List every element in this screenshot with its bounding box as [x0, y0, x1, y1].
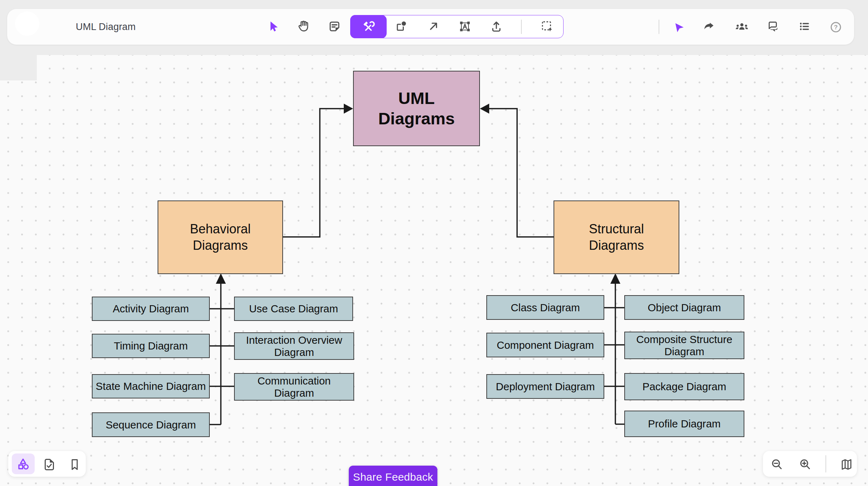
- node-label: State Machine Diagram: [96, 380, 206, 392]
- node-label: UML Diagrams: [365, 88, 468, 129]
- shapes-tool-button[interactable]: [393, 18, 409, 34]
- node-label: Use Case Diagram: [249, 303, 338, 315]
- share-feedback-label: Share Feedback: [353, 471, 433, 483]
- node-label: Behavioral Diagrams: [178, 221, 262, 254]
- marquee-select-icon: [540, 19, 554, 33]
- node-profile-diagram[interactable]: Profile Diagram: [624, 411, 744, 437]
- node-label: Communication Diagram: [251, 375, 337, 399]
- laser-pointer-icon: [672, 21, 686, 35]
- tools-button[interactable]: [361, 19, 376, 34]
- node-label: Profile Diagram: [648, 418, 720, 430]
- node-deployment-diagram[interactable]: Deployment Diagram: [486, 374, 604, 399]
- node-communication-diagram[interactable]: Communication Diagram: [234, 373, 354, 401]
- node-structural-diagrams[interactable]: Structural Diagrams: [554, 200, 679, 274]
- node-state-machine-diagram[interactable]: State Machine Diagram: [92, 374, 210, 398]
- node-package-diagram[interactable]: Package Diagram: [624, 373, 744, 400]
- select-tool-button[interactable]: [266, 19, 281, 35]
- pointer-button[interactable]: [671, 20, 687, 36]
- home-logo-button[interactable]: [15, 11, 39, 36]
- bottom-left-panel: [8, 451, 86, 477]
- node-label: Sequence Diagram: [106, 419, 196, 431]
- node-label: Object Diagram: [648, 302, 721, 314]
- chat-icon: [766, 19, 780, 34]
- sticky-note-icon: [327, 19, 342, 34]
- node-label: Timing Diagram: [114, 340, 188, 352]
- zoom-out-button[interactable]: [769, 457, 785, 472]
- help-icon: ?: [829, 20, 843, 34]
- upload-button[interactable]: [488, 19, 504, 34]
- node-activity-diagram[interactable]: Activity Diagram: [92, 297, 210, 321]
- notes-tool-button[interactable]: [327, 19, 342, 34]
- toolbar-divider: [521, 20, 522, 34]
- node-sequence-diagram[interactable]: Sequence Diagram: [92, 412, 210, 437]
- share-button[interactable]: [701, 19, 717, 34]
- node-label: Composite Structure Diagram: [631, 333, 738, 358]
- node-label: Interaction Overview Diagram: [240, 334, 348, 358]
- collaborators-button[interactable]: [734, 19, 750, 35]
- help-button[interactable]: ?: [828, 19, 844, 35]
- node-label: Deployment Diagram: [496, 381, 595, 393]
- shapes-panel-icon: [16, 456, 31, 471]
- select-cursor-icon: [266, 20, 281, 34]
- svg-text:?: ?: [834, 24, 838, 31]
- checklist-doc-icon: [42, 457, 56, 472]
- connector-tool-button[interactable]: [426, 19, 441, 34]
- node-class-diagram[interactable]: Class Diagram: [486, 295, 604, 320]
- shapes-icon: [394, 19, 408, 33]
- node-timing-diagram[interactable]: Timing Diagram: [92, 334, 210, 358]
- bookmark-icon: [68, 457, 82, 472]
- node-label: Component Diagram: [497, 339, 594, 351]
- marquee-select-button[interactable]: [539, 18, 555, 34]
- node-object-diagram[interactable]: Object Diagram: [624, 295, 744, 320]
- node-use-case-diagram[interactable]: Use Case Diagram: [234, 297, 353, 321]
- node-interaction-overview-diagram[interactable]: Interaction Overview Diagram: [234, 332, 354, 360]
- hand-icon: [296, 19, 311, 33]
- upload-icon: [489, 19, 504, 34]
- document-title[interactable]: UML Diagram: [76, 9, 136, 45]
- zoom-in-button[interactable]: [797, 457, 813, 472]
- node-behavioral-diagrams[interactable]: Behavioral Diagrams: [158, 200, 283, 274]
- hammer-wrench-icon: [361, 19, 376, 34]
- share-feedback-button[interactable]: Share Feedback: [349, 466, 437, 486]
- map-icon: [839, 457, 854, 472]
- toolbar-divider: [659, 20, 659, 34]
- pan-tool-button[interactable]: [296, 18, 311, 34]
- shapes-panel-button[interactable]: [12, 453, 35, 474]
- minimap-button[interactable]: [839, 457, 854, 472]
- arrow-icon: [426, 19, 441, 34]
- bookmark-button[interactable]: [67, 457, 83, 472]
- list-button[interactable]: [797, 19, 812, 34]
- top-toolbar: UML Diagram: [7, 9, 854, 45]
- checklist-doc-button[interactable]: [41, 457, 57, 472]
- canvas-corner-notch: [0, 55, 37, 80]
- node-label: Structural Diagrams: [575, 221, 659, 254]
- bottom-right-panel: [763, 451, 857, 477]
- node-label: Class Diagram: [511, 302, 580, 314]
- node-label: Activity Diagram: [113, 303, 189, 315]
- node-component-diagram[interactable]: Component Diagram: [486, 333, 604, 357]
- list-icon: [797, 19, 812, 34]
- panel-divider: [825, 455, 826, 472]
- zoom-in-icon: [798, 457, 812, 472]
- node-composite-structure-diagram[interactable]: Composite Structure Diagram: [624, 332, 744, 359]
- people-icon: [735, 20, 749, 34]
- node-uml-diagrams[interactable]: UML Diagrams: [353, 71, 480, 146]
- comments-button[interactable]: [765, 19, 781, 34]
- text-icon: [458, 19, 472, 34]
- share-arrow-icon: [702, 19, 716, 34]
- node-label: Package Diagram: [643, 381, 726, 393]
- zoom-out-icon: [770, 457, 784, 472]
- text-tool-button[interactable]: [457, 19, 473, 34]
